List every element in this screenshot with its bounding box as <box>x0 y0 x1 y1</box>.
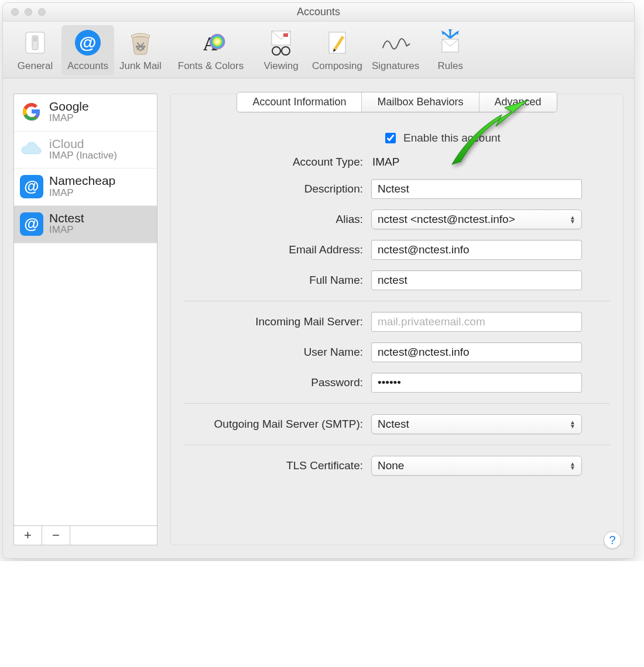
at-sign-icon: @ <box>73 27 103 58</box>
tab-advanced[interactable]: Advanced <box>479 92 557 112</box>
svg-marker-20 <box>455 30 459 35</box>
remove-account-button[interactable]: − <box>42 526 70 545</box>
signature-icon <box>381 27 411 58</box>
sidebar-footer-spacer <box>70 526 157 545</box>
svg-point-8 <box>210 34 225 49</box>
svg-marker-19 <box>448 29 452 33</box>
account-row-namecheap[interactable]: @ Namecheap IMAP <box>14 169 157 206</box>
password-label: Password: <box>184 376 371 389</box>
account-name: Google <box>49 100 89 113</box>
tls-label: TLS Certificate: <box>184 459 371 472</box>
toolbar-general[interactable]: General <box>9 25 61 75</box>
row-alias: Alias: nctest <nctest@nctest.info> ▲▼ <box>184 206 610 233</box>
pencil-icon <box>322 27 352 58</box>
tab-account-information[interactable]: Account Information <box>237 92 362 112</box>
sidebar-footer: + − <box>13 525 157 545</box>
enable-account-label: Enable this account <box>403 132 501 145</box>
svg-rect-10 <box>283 33 288 37</box>
toolbar-fonts-colors[interactable]: A Fonts & Colors <box>167 25 255 75</box>
toolbar-junk-mail[interactable]: Junk Mail <box>114 25 167 75</box>
accounts-sidebar: Google IMAP iCloud IMAP (Inactive) <box>13 94 157 545</box>
toolbar-accounts[interactable]: @ Accounts <box>61 25 114 75</box>
alias-select[interactable]: nctest <nctest@nctest.info> ▲▼ <box>371 209 582 229</box>
alias-label: Alias: <box>184 213 371 226</box>
row-fullname: Full Name: <box>184 267 610 294</box>
description-input[interactable] <box>371 179 582 199</box>
toolbar-label: Fonts & Colors <box>178 60 244 72</box>
fullname-label: Full Name: <box>184 274 371 287</box>
detail-tabs: Account Information Mailbox Behaviors Ad… <box>237 92 557 112</box>
preferences-toolbar: General @ Accounts Junk Ma <box>3 22 634 78</box>
rules-icon <box>435 27 465 58</box>
toolbar-rules[interactable]: Rules <box>424 25 477 75</box>
chevron-up-down-icon: ▲▼ <box>570 462 576 470</box>
row-username: User Name: <box>184 339 610 366</box>
smtp-value: Nctest <box>378 418 409 431</box>
account-detail-panel: Account Information Mailbox Behaviors Ad… <box>170 94 624 545</box>
row-incoming-server: Incoming Mail Server: <box>184 308 610 335</box>
fonts-colors-icon: A <box>196 27 226 58</box>
account-name: iCloud <box>49 137 117 150</box>
email-input[interactable] <box>371 240 582 260</box>
toolbar-label: Rules <box>438 60 463 72</box>
toolbar-composing[interactable]: Composing <box>307 25 367 75</box>
title-bar: Accounts <box>3 3 634 22</box>
accounts-preferences-window: Accounts General @ Accounts <box>2 2 635 559</box>
chevron-up-down-icon: ▲▼ <box>570 215 576 224</box>
toolbar-label: Accounts <box>67 60 108 72</box>
window-title: Accounts <box>3 6 634 18</box>
account-row-google[interactable]: Google IMAP <box>14 94 157 132</box>
smtp-select[interactable]: Nctest ▲▼ <box>371 414 582 434</box>
email-label: Email Address: <box>184 243 371 256</box>
account-subtitle: IMAP <box>49 113 89 124</box>
username-label: User Name: <box>184 346 371 359</box>
account-type-label: Account Type: <box>184 156 371 169</box>
account-subtitle: IMAP (Inactive) <box>49 150 117 161</box>
enable-account-checkbox[interactable] <box>385 133 396 143</box>
separator <box>184 301 610 301</box>
help-button[interactable]: ? <box>604 531 621 549</box>
at-sign-icon: @ <box>20 175 43 198</box>
toolbar-label: Composing <box>312 60 362 72</box>
row-smtp: Outgoing Mail Server (SMTP): Nctest ▲▼ <box>184 411 610 438</box>
tls-value: None <box>378 459 404 472</box>
svg-marker-18 <box>441 30 445 35</box>
toolbar-signatures[interactable]: Signatures <box>367 25 424 75</box>
row-password: Password: <box>184 369 610 396</box>
svg-rect-14 <box>329 32 345 53</box>
svg-point-11 <box>272 47 280 55</box>
row-tls: TLS Certificate: None ▲▼ <box>184 452 610 479</box>
username-input[interactable] <box>371 342 582 362</box>
smtp-label: Outgoing Mail Server (SMTP): <box>184 418 371 431</box>
svg-rect-2 <box>33 37 37 42</box>
at-sign-icon: @ <box>20 212 43 236</box>
separator <box>184 403 610 404</box>
alias-value: nctest <nctest@nctest.info> <box>378 213 515 226</box>
account-name: Namecheap <box>49 174 115 187</box>
account-row-icloud[interactable]: iCloud IMAP (Inactive) <box>14 132 157 169</box>
tab-mailbox-behaviors[interactable]: Mailbox Behaviors <box>362 92 479 112</box>
account-row-nctest[interactable]: @ Nctest IMAP <box>14 206 157 243</box>
row-email: Email Address: <box>184 236 610 263</box>
chevron-up-down-icon: ▲▼ <box>570 420 576 428</box>
svg-text:@: @ <box>79 33 96 52</box>
row-enable-account: Enable this account <box>184 128 610 149</box>
accounts-list: Google IMAP iCloud IMAP (Inactive) <box>13 94 157 525</box>
icloud-icon <box>20 137 43 161</box>
toolbar-viewing[interactable]: Viewing <box>255 25 307 75</box>
fullname-input[interactable] <box>371 270 582 290</box>
toolbar-label: General <box>18 60 53 72</box>
row-account-type: Account Type: IMAP <box>184 152 610 172</box>
incoming-label: Incoming Mail Server: <box>184 315 371 328</box>
password-input[interactable] <box>371 373 582 393</box>
separator <box>184 445 610 445</box>
toolbar-label: Junk Mail <box>119 60 162 72</box>
add-account-button[interactable]: + <box>14 526 42 545</box>
switch-icon <box>20 27 50 58</box>
description-label: Description: <box>184 183 371 195</box>
trash-icon <box>125 27 156 58</box>
toolbar-label: Signatures <box>372 60 419 72</box>
account-name: Nctest <box>49 212 84 225</box>
account-form: Enable this account Account Type: IMAP D… <box>184 128 610 479</box>
tls-select[interactable]: None ▲▼ <box>371 456 582 476</box>
